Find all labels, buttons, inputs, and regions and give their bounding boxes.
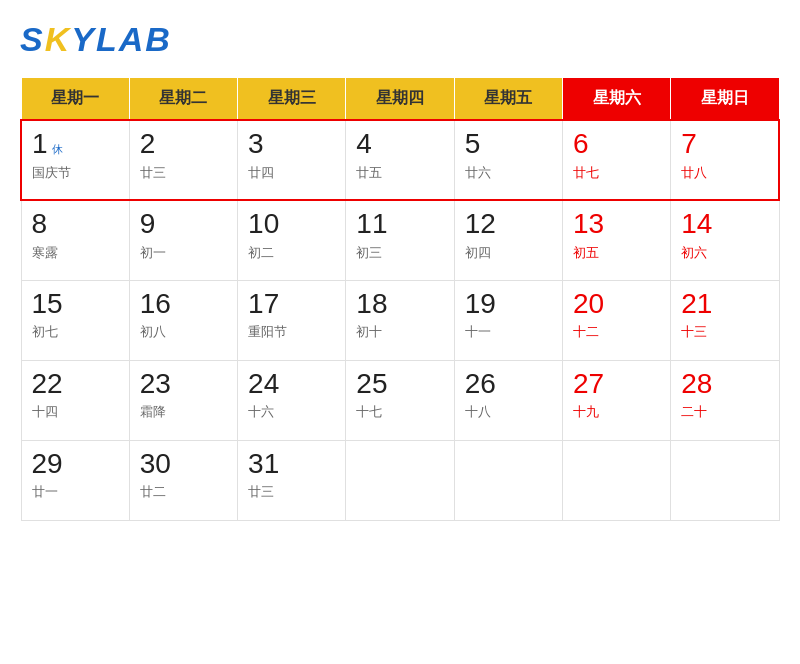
weekday-header-cell: 星期一 xyxy=(21,78,129,121)
calendar-table: 星期一星期二星期三星期四星期五星期六星期日 1休国庆节2廿三3廿四4廿五5廿六6… xyxy=(20,77,780,521)
day-sublabel: 廿五 xyxy=(356,164,443,182)
day-number: 12 xyxy=(465,208,496,239)
day-sublabel: 十六 xyxy=(248,403,335,421)
day-sublabel: 十四 xyxy=(32,403,119,421)
calendar-day-cell: 6廿七 xyxy=(562,120,670,200)
day-number: 27 xyxy=(573,368,604,399)
day-number: 18 xyxy=(356,288,387,319)
day-number: 20 xyxy=(573,288,604,319)
logo-container: SKYLAB xyxy=(20,20,172,59)
calendar-day-cell: 10初二 xyxy=(238,200,346,280)
calendar-day-cell: 26十八 xyxy=(454,360,562,440)
day-sublabel: 初五 xyxy=(573,244,660,262)
day-number: 7 xyxy=(681,128,697,159)
calendar-day-cell: 11初三 xyxy=(346,200,454,280)
header: SKYLAB xyxy=(20,20,780,59)
calendar-day-cell xyxy=(562,440,670,520)
day-number: 9 xyxy=(140,208,156,239)
logo: SKYLAB xyxy=(20,20,172,59)
calendar-day-cell: 25十七 xyxy=(346,360,454,440)
day-sublabel: 十二 xyxy=(573,323,660,341)
calendar-day-cell: 2廿三 xyxy=(129,120,237,200)
day-sublabel: 廿一 xyxy=(32,483,119,501)
day-sublabel: 寒露 xyxy=(32,244,119,262)
day-number: 23 xyxy=(140,368,171,399)
day-sublabel: 十七 xyxy=(356,403,443,421)
weekday-header-cell: 星期四 xyxy=(346,78,454,121)
calendar-week-row: 8寒露9初一10初二11初三12初四13初五14初六 xyxy=(21,200,779,280)
calendar-day-cell xyxy=(671,440,779,520)
day-sublabel: 重阳节 xyxy=(248,323,335,341)
calendar-day-cell: 18初十 xyxy=(346,280,454,360)
day-number: 14 xyxy=(681,208,712,239)
calendar-day-cell: 24十六 xyxy=(238,360,346,440)
calendar-day-cell: 28二十 xyxy=(671,360,779,440)
calendar-day-cell: 19十一 xyxy=(454,280,562,360)
calendar-week-row: 29廿一30廿二31廿三 xyxy=(21,440,779,520)
calendar-week-row: 22十四23霜降24十六25十七26十八27十九28二十 xyxy=(21,360,779,440)
calendar-day-cell: 31廿三 xyxy=(238,440,346,520)
weekday-header-cell: 星期日 xyxy=(671,78,779,121)
day-number: 24 xyxy=(248,368,279,399)
day-sublabel: 廿七 xyxy=(573,164,660,182)
calendar-day-cell: 9初一 xyxy=(129,200,237,280)
calendar-day-cell: 7廿八 xyxy=(671,120,779,200)
day-number: 1 xyxy=(32,128,48,159)
calendar-day-cell: 1休国庆节 xyxy=(21,120,129,200)
day-number: 8 xyxy=(32,208,48,239)
day-number: 25 xyxy=(356,368,387,399)
weekday-header-cell: 星期六 xyxy=(562,78,670,121)
day-number: 4 xyxy=(356,128,372,159)
day-number: 28 xyxy=(681,368,712,399)
calendar-day-cell: 21十三 xyxy=(671,280,779,360)
calendar-day-cell: 22十四 xyxy=(21,360,129,440)
day-number: 11 xyxy=(356,208,387,239)
day-sublabel: 初八 xyxy=(140,323,227,341)
day-number: 16 xyxy=(140,288,171,319)
calendar-day-cell: 14初六 xyxy=(671,200,779,280)
day-number: 31 xyxy=(248,448,279,479)
day-number: 5 xyxy=(465,128,481,159)
day-number: 22 xyxy=(32,368,63,399)
weekday-header-cell: 星期三 xyxy=(238,78,346,121)
day-number: 29 xyxy=(32,448,63,479)
day-sublabel: 国庆节 xyxy=(32,164,119,182)
calendar-day-cell: 16初八 xyxy=(129,280,237,360)
day-sublabel: 十三 xyxy=(681,323,768,341)
day-number: 21 xyxy=(681,288,712,319)
calendar-day-cell xyxy=(454,440,562,520)
day-number: 17 xyxy=(248,288,279,319)
day-sublabel: 廿四 xyxy=(248,164,335,182)
day-sublabel: 初二 xyxy=(248,244,335,262)
weekday-header-cell: 星期二 xyxy=(129,78,237,121)
weekday-header-cell: 星期五 xyxy=(454,78,562,121)
day-sublabel: 初七 xyxy=(32,323,119,341)
calendar-day-cell: 27十九 xyxy=(562,360,670,440)
day-number: 2 xyxy=(140,128,156,159)
day-number: 30 xyxy=(140,448,171,479)
day-sublabel: 初三 xyxy=(356,244,443,262)
calendar-day-cell: 17重阳节 xyxy=(238,280,346,360)
day-sublabel: 霜降 xyxy=(140,403,227,421)
calendar-day-cell: 4廿五 xyxy=(346,120,454,200)
day-sublabel: 廿三 xyxy=(248,483,335,501)
day-sublabel: 初一 xyxy=(140,244,227,262)
day-sublabel: 二十 xyxy=(681,403,768,421)
calendar-day-cell: 8寒露 xyxy=(21,200,129,280)
day-sublabel: 廿八 xyxy=(681,164,768,182)
calendar-day-cell: 13初五 xyxy=(562,200,670,280)
day-sublabel: 廿六 xyxy=(465,164,552,182)
calendar-day-cell: 5廿六 xyxy=(454,120,562,200)
day-sublabel: 初十 xyxy=(356,323,443,341)
day-sublabel: 廿三 xyxy=(140,164,227,182)
calendar-day-cell: 29廿一 xyxy=(21,440,129,520)
calendar-day-cell: 23霜降 xyxy=(129,360,237,440)
calendar-day-cell: 30廿二 xyxy=(129,440,237,520)
calendar-day-cell: 15初七 xyxy=(21,280,129,360)
day-sublabel: 十八 xyxy=(465,403,552,421)
calendar-week-row: 15初七16初八17重阳节18初十19十一20十二21十三 xyxy=(21,280,779,360)
day-number: 19 xyxy=(465,288,496,319)
day-number: 26 xyxy=(465,368,496,399)
day-number: 15 xyxy=(32,288,63,319)
rest-tag: 休 xyxy=(52,143,63,155)
